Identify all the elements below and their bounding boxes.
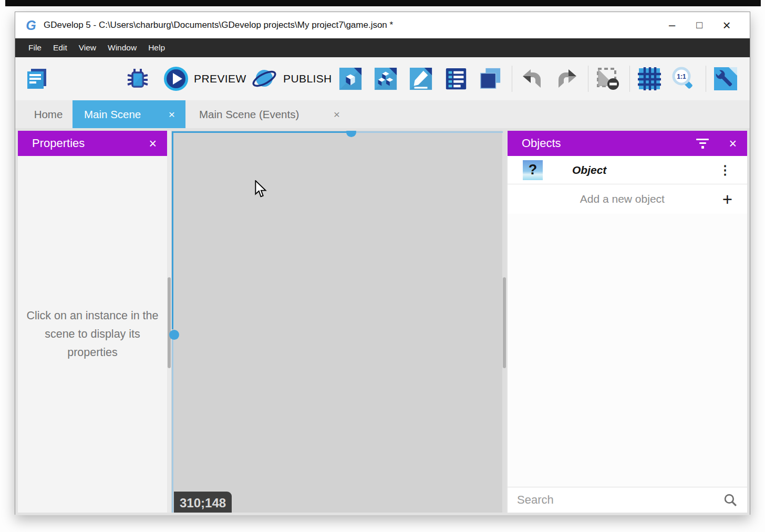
preview-button[interactable]: PREVIEW [194, 57, 246, 100]
deselect-icon[interactable] [595, 66, 621, 91]
object-name: Object [572, 164, 719, 176]
window-controls: – □ × [658, 17, 740, 34]
tab-main-scene-label: Main Scene [84, 108, 141, 121]
scene-window-border-top-faded [356, 131, 503, 133]
object-list-item[interactable]: ? Object ⋮ [508, 156, 747, 184]
tab-main-scene-events-label: Main Scene (Events) [199, 108, 299, 121]
properties-panel-title: Properties [32, 137, 149, 150]
tab-home[interactable]: Home [24, 100, 73, 128]
objects-panel: Objects × ? Object ⋮ Add a new object + [508, 131, 747, 513]
tabbar: Home Main Scene × Main Scene (Events) × [15, 100, 750, 128]
mouse-cursor [254, 180, 268, 200]
desktop: G GDevelop 5 - C:\Users\charburg\Documen… [0, 0, 765, 532]
scene-window-border-top [172, 131, 347, 133]
background-window-edge [5, 0, 761, 6]
search-icon [723, 493, 738, 507]
edit-objects-icon[interactable] [374, 66, 398, 91]
add-object-row[interactable]: Add a new object + [508, 184, 747, 214]
grid-icon[interactable] [636, 66, 663, 91]
canvas-right-scrollbar-thumb[interactable] [503, 277, 506, 368]
minimize-button[interactable]: – [658, 18, 686, 32]
properties-panel-header: Properties × [18, 131, 167, 156]
add-object-plus-icon[interactable]: + [722, 191, 732, 208]
menu-help[interactable]: Help [142, 38, 171, 57]
tab-main-scene-events-close-icon[interactable]: × [334, 109, 340, 120]
settings-wrench-icon[interactable] [713, 66, 738, 91]
scene-resize-handle-left[interactable] [169, 330, 179, 340]
properties-panel-body: Click on an instance in the scene to dis… [18, 156, 167, 513]
preview-play-icon[interactable] [163, 66, 189, 91]
toolbar-separator [629, 66, 630, 92]
editor-content: Properties × Click on an instance in the… [15, 128, 750, 515]
toolbar: PREVIEW PUBLISH [15, 57, 750, 100]
filter-icon[interactable] [696, 139, 709, 149]
properties-panel: Properties × Click on an instance in the… [18, 131, 167, 513]
open-scene-icon[interactable] [338, 66, 363, 91]
objects-panel-header: Objects × [508, 131, 747, 156]
undo-icon[interactable] [519, 66, 545, 91]
window-title: GDevelop 5 - C:\Users\charburg\Documents… [44, 20, 658, 30]
publish-button[interactable]: PUBLISH [283, 57, 332, 100]
properties-empty-message: Click on an instance in the scene to dis… [25, 307, 160, 362]
add-object-label: Add a new object [522, 193, 722, 205]
zoom-original-icon[interactable]: 1:1 [670, 66, 696, 91]
menu-view[interactable]: View [73, 38, 102, 57]
redo-icon[interactable] [554, 66, 580, 91]
gdevelop-logo-icon: G [24, 18, 38, 33]
toolbar-separator [588, 66, 588, 92]
publish-globe-icon[interactable] [252, 66, 277, 91]
project-manager-icon[interactable] [24, 66, 49, 91]
gdevelop-window: G GDevelop 5 - C:\Users\charburg\Documen… [15, 12, 750, 515]
tab-home-label: Home [34, 108, 63, 121]
maximize-button[interactable]: □ [686, 19, 713, 31]
debugger-icon[interactable] [125, 66, 150, 91]
objects-panel-title: Objects [522, 137, 696, 150]
scene-canvas[interactable]: 310;148 [167, 131, 506, 513]
scene-canvas-surface[interactable] [171, 131, 502, 513]
canvas-left-scrollbar-thumb[interactable] [168, 277, 171, 368]
properties-close-icon[interactable]: × [149, 137, 157, 150]
tab-main-scene-close-icon[interactable]: × [169, 109, 175, 120]
canvas-right-scrollbar[interactable] [502, 131, 506, 513]
toolbar-separator [512, 66, 512, 92]
edit-events-icon[interactable] [444, 66, 468, 91]
mouse-coordinates-badge: 310;148 [174, 492, 232, 513]
tab-main-scene[interactable]: Main Scene × [73, 100, 185, 128]
scene-window-border-left [172, 131, 173, 329]
menubar: File Edit View Window Help [15, 38, 750, 57]
objects-search-bar [508, 487, 747, 513]
close-window-button[interactable]: × [713, 17, 740, 34]
menu-edit[interactable]: Edit [47, 38, 73, 57]
object-menu-icon[interactable]: ⋮ [719, 163, 731, 178]
scene-window-border-left-faded [172, 339, 173, 513]
edit-scene-properties-icon[interactable] [409, 66, 433, 91]
menu-file[interactable]: File [23, 38, 47, 57]
menu-window[interactable]: Window [102, 38, 142, 57]
canvas-left-scrollbar[interactable] [167, 131, 171, 513]
titlebar: G GDevelop 5 - C:\Users\charburg\Documen… [15, 12, 750, 38]
unknown-object-icon: ? [523, 160, 543, 180]
toolbar-separator [706, 66, 706, 92]
search-input[interactable] [517, 493, 723, 507]
svg-text:1:1: 1:1 [677, 73, 686, 80]
objects-close-icon[interactable]: × [729, 137, 737, 150]
layers-icon[interactable] [478, 66, 502, 91]
tab-main-scene-events[interactable]: Main Scene (Events) × [185, 100, 352, 128]
